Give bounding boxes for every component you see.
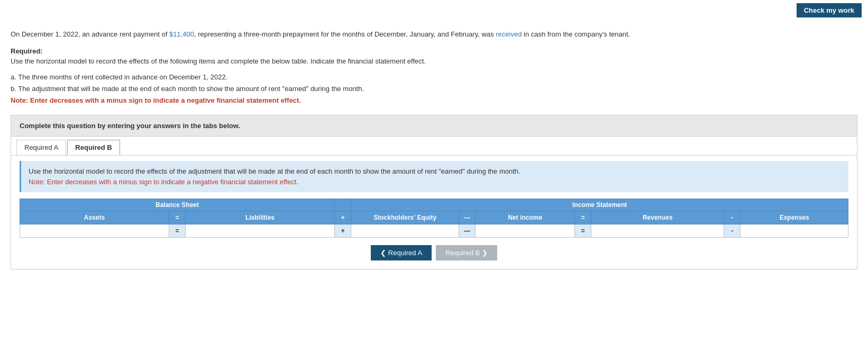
check-my-work-button[interactable]: Check my work <box>797 3 862 17</box>
net-income-cell[interactable] <box>476 224 575 238</box>
liabilities-header: Liabilities <box>186 211 335 224</box>
prev-btn-label: ❮ Required A <box>380 249 422 257</box>
main-content: On December 1, 2022, an advance rent pay… <box>0 21 868 278</box>
prev-required-a-button[interactable]: ❮ Required A <box>371 245 432 260</box>
eq2-cell: = <box>575 224 591 238</box>
minus-cell: — <box>459 224 475 238</box>
tab-required-b[interactable]: Required B <box>67 140 120 155</box>
tab-a-label: Required A <box>24 143 58 151</box>
liabilities-input[interactable] <box>188 226 332 236</box>
revenues-cell[interactable] <box>591 224 724 238</box>
plus-header: + <box>335 211 351 224</box>
next-required-b-button[interactable]: Required B ❯ <box>436 245 497 260</box>
nav-buttons: ❮ Required A Required B ❯ <box>20 238 848 269</box>
assets-input[interactable] <box>22 226 167 236</box>
intro-paragraph: On December 1, 2022, an advance rent pay… <box>11 29 857 40</box>
eq1-cell: = <box>169 224 185 238</box>
list-item-a: a. The three months of rent collected in… <box>11 71 857 83</box>
red-note: Note: Enter decreases with a minus sign … <box>11 95 857 106</box>
net-income-header: Net income <box>476 211 575 224</box>
minus-header: — <box>459 211 475 224</box>
tab-required-a[interactable]: Required A <box>16 140 66 155</box>
top-bar: Check my work <box>0 0 868 21</box>
eq2-header: = <box>575 211 591 224</box>
eq1-header: = <box>169 211 185 224</box>
horizontal-model-table: Balance Sheet Income Statement Assets = … <box>20 199 848 238</box>
expenses-header: Expenses <box>741 211 848 224</box>
list-items: a. The three months of rent collected in… <box>11 71 857 106</box>
list-item-b: b. The adjustment that will be made at t… <box>11 83 857 95</box>
liabilities-cell[interactable] <box>186 224 335 238</box>
instruction-text: Use the horizontal model to record the e… <box>29 167 520 175</box>
equity-input[interactable] <box>353 226 456 236</box>
revenues-input[interactable] <box>593 226 721 236</box>
tab-content: Use the horizontal model to record the e… <box>11 156 857 269</box>
assets-header: Assets <box>20 211 169 224</box>
plus-cell: + <box>335 224 351 238</box>
income-statement-header: Income Statement <box>351 199 848 211</box>
instruction-blue-box: Use the horizontal model to record the e… <box>20 161 848 192</box>
next-btn-label: Required B ❯ <box>445 249 488 257</box>
expenses-input[interactable] <box>743 226 846 236</box>
equity-cell[interactable] <box>351 224 459 238</box>
tabs-row: Required A Required B <box>11 137 857 156</box>
tab-red-note: Note: Enter decreases with a minus sign … <box>29 178 298 186</box>
amount-highlight: $11,400 <box>169 30 194 38</box>
equity-header: Stockholders' Equity <box>351 211 459 224</box>
gray-box-text: Complete this question by entering your … <box>20 122 240 130</box>
net-income-input[interactable] <box>478 226 572 236</box>
gray-instruction-box: Complete this question by entering your … <box>11 115 857 137</box>
tabs-section: Required A Required B Use the horizontal… <box>11 137 857 269</box>
required-text: Use the horizontal model to record the e… <box>11 56 857 67</box>
revenues-header: Revenues <box>591 211 724 224</box>
minus2-header: - <box>724 211 741 224</box>
tab-b-label: Required B <box>75 143 112 151</box>
received-highlight: received <box>496 30 522 38</box>
expenses-cell[interactable] <box>741 224 848 238</box>
minus2-cell: - <box>724 224 741 238</box>
required-label: Required: <box>11 47 857 55</box>
assets-cell[interactable] <box>20 224 169 238</box>
balance-sheet-header: Balance Sheet <box>20 199 335 211</box>
